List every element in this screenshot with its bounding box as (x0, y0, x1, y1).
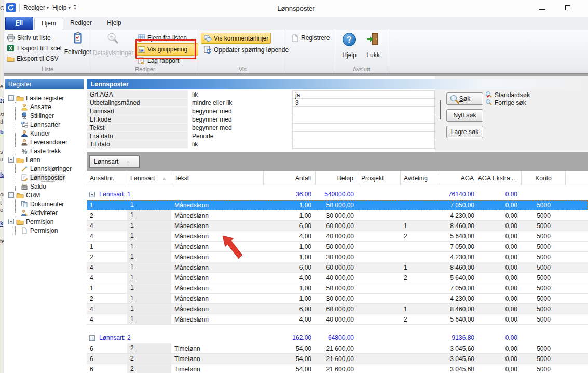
lag-rapport-button[interactable]: Lag rapport (135, 56, 198, 66)
sidebar-item-permisjon[interactable]: Permisjon (21, 226, 85, 235)
fjern-fra-listen-button[interactable]: Fjern fra listen (135, 33, 198, 43)
table-row[interactable]: 41Månedslønn6,0060 000,0018 460,000,0050… (87, 262, 588, 273)
col-header-tekst[interactable]: Tekst (171, 171, 264, 185)
criteria-value-tekst[interactable] (292, 124, 435, 132)
criteria-field-lt-kode[interactable]: LT.kode (87, 115, 188, 124)
nytt-sok-button[interactable]: Nytt søk (446, 109, 483, 122)
cell-antall: 6,00 (264, 305, 316, 313)
criteria-operator[interactable]: begynner med (188, 115, 292, 124)
col-header-bel-p[interactable]: Beløp (316, 171, 358, 185)
table-row[interactable]: 41Månedslønn4,0040 000,0025 640,000,0050… (87, 314, 588, 325)
grouping-bar[interactable]: Lønnsart ▵ (87, 152, 588, 171)
hjelp-button[interactable]: ? Hjelp (337, 30, 361, 59)
eksport-til-csv-button[interactable]: Eksport til CSV (4, 54, 65, 64)
table-row[interactable]: 41Månedslønn6,0060 000,0018 460,000,0050… (87, 304, 588, 314)
criteria-value-utbetalingsm-ned[interactable]: 3 (292, 99, 435, 107)
criteria-field-fra-dato[interactable]: Fra dato (87, 132, 188, 140)
table-row[interactable]: 62Timelønn54,0021 600,003 045,600,005000 (87, 343, 588, 354)
table-row[interactable]: 41Månedslønn4,0040 000,0025 640,000,0050… (87, 231, 588, 242)
minimize-button[interactable] (536, 3, 548, 12)
tab-rediger[interactable]: Rediger (64, 18, 98, 30)
col-header-konto[interactable]: Konto (522, 171, 566, 185)
table-row[interactable]: 21Månedslønn1,0030 000,004 230,000,00500… (87, 294, 588, 304)
tree-folder-crm[interactable]: -CRM (8, 191, 85, 199)
criteria-value-l-nnsart[interactable] (292, 107, 435, 115)
table-row[interactable]: 11Månedslønn1,0050 000,007 050,000,00500… (87, 283, 588, 294)
criteria-operator[interactable]: begynner med (188, 107, 292, 115)
group-row-l-nnsart-1[interactable]: -Lønnsart: 136.00540000.0076140.000.00 (87, 189, 588, 200)
collapse-icon[interactable]: - (89, 335, 95, 341)
col-header-prosjekt[interactable]: Prosjekt (358, 171, 401, 185)
criteria-value-lt-kode[interactable] (292, 115, 435, 124)
feltvelger-button[interactable]: Feltvelger (65, 30, 91, 64)
table-row[interactable]: 62Timelønn54,0021 600,003 045,600,005000 (87, 364, 588, 373)
sidebar-item-l-nnskj-ringer[interactable]: Lønnskjøringer (21, 164, 85, 173)
tree-folder-l-nn[interactable]: -Lønn (8, 155, 85, 164)
sidebar-item-saldo[interactable]: Saldo (21, 182, 85, 191)
lukk-button[interactable]: Lukk (361, 30, 385, 59)
sidebar-item-l-nnsposter[interactable]: Lønnsposter (21, 173, 85, 182)
table-row[interactable]: 41Månedslønn6,0060 000,0018 460,000,0050… (87, 221, 588, 231)
tree-folder-faste-register[interactable]: -Faste register (8, 94, 85, 102)
table-row[interactable]: 41Månedslønn4,0040 000,0025 640,000,0050… (87, 273, 588, 283)
standardsok-link[interactable]: Standardsøk (485, 91, 530, 99)
sidebar-item-ansatte[interactable]: Ansatte (21, 102, 85, 111)
qat-hjelp[interactable]: Hjelp▾ (52, 4, 70, 11)
collapse-icon[interactable]: - (8, 157, 14, 163)
tab-hjem[interactable]: Hjem (34, 18, 63, 30)
sidebar-item-l-nnsarter[interactable]: Lønnsarter (21, 120, 85, 129)
table-row[interactable]: 21Månedslønn1,0030 000,004 230,000,00500… (87, 210, 588, 221)
vis-gruppering-button[interactable]: Vis gruppering (135, 43, 198, 56)
col-header-ansattnr[interactable]: Ansattnr. (87, 171, 127, 185)
sok-button[interactable]: Søk (446, 92, 483, 105)
criteria-field-til-dato[interactable]: Til dato (87, 140, 188, 149)
sidebar-item-kunder[interactable]: Kunder (21, 129, 85, 138)
criteria-field-grl-aga[interactable]: Grl.AGA (87, 90, 188, 99)
lagre-sok-button[interactable]: Lagre søk (446, 126, 483, 138)
criteria-value-fra-dato[interactable] (292, 132, 435, 140)
table-row[interactable]: 62Timelønn54,0021 600,003 045,600,005000 (87, 354, 588, 364)
qat-rediger[interactable]: Rediger▾ (23, 4, 49, 11)
group-row-l-nnsart-2[interactable]: -Lønnsart: 2162.0064800.009136.800.00 (87, 332, 588, 343)
qat-customize-icon[interactable]: ▾ (74, 5, 76, 11)
criteria-operator[interactable]: mindre eller lik (188, 99, 292, 107)
criteria-operator[interactable]: Periode (188, 132, 292, 140)
col-header-aga-ekstra[interactable]: AGA Ekstra ... (478, 171, 522, 185)
eksport-til-excel-button[interactable]: X Eksport til Excel (4, 43, 65, 54)
criteria-operator[interactable]: lik (188, 140, 292, 149)
criteria-field-l-nnsart[interactable]: Lønnsart (87, 107, 188, 115)
collapse-icon[interactable]: - (8, 219, 14, 224)
criteria-value-til-dato[interactable] (292, 140, 435, 149)
splitter-handle[interactable] (440, 100, 441, 119)
collapse-icon[interactable]: - (8, 95, 14, 101)
tab-fil[interactable]: Fil (5, 17, 33, 30)
sidebar-item-leverand-rer[interactable]: Leverandører (21, 138, 85, 146)
collapse-icon[interactable]: - (89, 192, 95, 197)
skriv-ut-liste-button[interactable]: Skriv ut liste (4, 33, 65, 43)
col-header-aga[interactable]: AGA (440, 171, 478, 185)
vis-kommentarlinjer-button[interactable]: Vis kommentarlinjer (201, 33, 271, 44)
sidebar-item-aktiviteter[interactable]: Aktiviteter (21, 208, 85, 217)
criteria-operator[interactable]: lik (188, 90, 292, 99)
criteria-field-utbetalingsm-ned[interactable]: Utbetalingsmåned (87, 99, 188, 107)
criteria-operator[interactable]: begynner med (188, 124, 292, 132)
col-header-antall[interactable]: Antall (264, 171, 316, 185)
sidebar-item-faste-trekk[interactable]: %Faste trekk (21, 146, 85, 155)
collapse-icon[interactable]: - (8, 192, 14, 198)
col-header-l-nnsart[interactable]: Lønnsart▵ (127, 171, 171, 185)
tree-folder-permisjon[interactable]: -Permisjon (8, 217, 85, 226)
forrige-sok-link[interactable]: Forrige søk (485, 99, 530, 106)
table-row[interactable]: 11Månedslønn1,0050 000,007 050,000,00500… (87, 242, 588, 252)
col-header-avdeling[interactable]: Avdeling (401, 171, 440, 185)
sidebar-item-dokumenter[interactable]: Dokumenter (21, 199, 85, 208)
criteria-value-grl-aga[interactable]: ja (292, 90, 435, 99)
criteria-field-tekst[interactable]: Tekst (87, 124, 188, 132)
table-row[interactable]: 11Månedslønn1,0050 000,007 050,000,00500… (87, 200, 588, 210)
group-chip-lonnsart[interactable]: Lønnsart ▵ (89, 155, 139, 168)
tab-hjelp[interactable]: Hjelp (100, 18, 129, 30)
sidebar-item-stillinger[interactable]: Stillinger (21, 111, 85, 120)
table-row[interactable]: 21Månedslønn1,0030 000,004 230,000,00500… (87, 252, 588, 262)
registrere-button[interactable]: Registrere (289, 33, 334, 43)
maximize-button[interactable] (562, 3, 573, 12)
oppdater-sporring-button[interactable]: Oppdater spørring løpende (201, 45, 286, 55)
